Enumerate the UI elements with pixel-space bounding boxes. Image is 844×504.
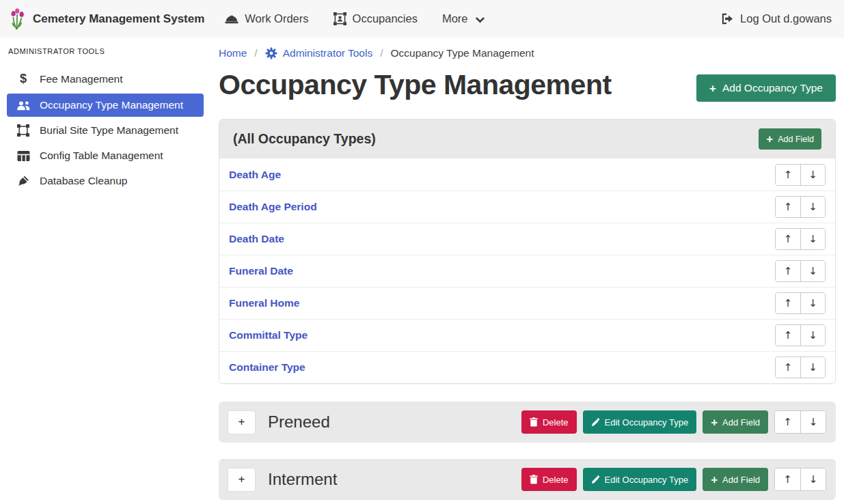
sidebar-item-label: Config Table Management bbox=[40, 150, 163, 162]
move-down-button[interactable]: ↓ bbox=[800, 411, 826, 433]
move-down-button[interactable]: ↓ bbox=[800, 325, 825, 346]
move-up-button[interactable]: ↑ bbox=[776, 325, 800, 346]
sidebar-item-label: Database Cleanup bbox=[40, 175, 127, 187]
field-row: Funeral Date ↑ ↓ bbox=[219, 255, 835, 287]
all-occupancy-types-header: (All Occupancy Types) + Add Field bbox=[219, 120, 835, 158]
field-link[interactable]: Container Type bbox=[229, 361, 305, 374]
field-link[interactable]: Committal Type bbox=[229, 329, 308, 341]
app-title: Cemetery Management System bbox=[33, 12, 204, 26]
move-down-button[interactable]: ↓ bbox=[800, 357, 825, 378]
trash-icon bbox=[530, 475, 538, 484]
breadcrumb-admin-tools-link[interactable]: Administrator Tools bbox=[265, 47, 373, 59]
table-icon bbox=[16, 150, 31, 162]
move-up-button[interactable]: ↑ bbox=[776, 357, 800, 378]
occupancy-frame-icon bbox=[333, 12, 346, 25]
field-link[interactable]: Death Date bbox=[229, 233, 284, 245]
move-down-button[interactable]: ↓ bbox=[800, 261, 825, 281]
nav-more[interactable]: More bbox=[442, 12, 485, 25]
reorder-button-group: ↑ ↓ bbox=[775, 324, 826, 346]
move-down-button[interactable]: ↓ bbox=[800, 293, 825, 313]
field-row: Funeral Home ↑ ↓ bbox=[219, 287, 835, 319]
add-field-button[interactable]: + Add Field bbox=[759, 128, 821, 150]
sidebar-item-fee-management[interactable]: $ Fee Management bbox=[7, 66, 204, 92]
reorder-button-group: ↑ ↓ bbox=[775, 196, 826, 218]
add-occupancy-type-button[interactable]: + Add Occupancy Type bbox=[696, 74, 836, 102]
reorder-button-group: ↑ ↓ bbox=[775, 356, 826, 378]
field-link[interactable]: Funeral Home bbox=[229, 297, 299, 309]
move-up-button[interactable]: ↑ bbox=[776, 165, 800, 185]
breadcrumb-home-link[interactable]: Home bbox=[219, 47, 247, 59]
move-up-button[interactable]: ↑ bbox=[776, 261, 800, 281]
add-field-label: Add Field bbox=[722, 475, 760, 485]
expand-section-button[interactable]: + bbox=[228, 468, 255, 491]
sidebar-item-config-table-management[interactable]: Config Table Management bbox=[7, 144, 204, 167]
move-up-button[interactable]: ↑ bbox=[775, 411, 800, 433]
add-occupancy-type-label: Add Occupancy Type bbox=[722, 82, 823, 94]
sidebar-item-database-cleanup[interactable]: Database Cleanup bbox=[7, 169, 204, 193]
pencil-icon bbox=[591, 475, 600, 484]
plus-icon: + bbox=[709, 83, 716, 94]
trash-icon bbox=[530, 417, 538, 427]
delete-label: Delete bbox=[543, 417, 569, 428]
section-header-interment: + Interment Delete bbox=[219, 459, 836, 500]
add-field-label: Add Field bbox=[778, 135, 814, 144]
add-field-button[interactable]: + Add Field bbox=[703, 468, 768, 491]
plus-icon: + bbox=[711, 417, 718, 428]
breadcrumb-separator: / bbox=[254, 47, 257, 59]
reorder-button-group: ↑ ↓ bbox=[775, 164, 826, 186]
sidebar-item-label: Occupancy Type Management bbox=[40, 99, 183, 111]
edit-label: Edit Occupancy Type bbox=[605, 417, 689, 428]
nav-work-orders[interactable]: Work Orders bbox=[225, 12, 308, 25]
delete-occupancy-type-button[interactable]: Delete bbox=[521, 468, 577, 491]
move-up-button[interactable]: ↑ bbox=[776, 197, 800, 217]
reorder-button-group: ↑ ↓ bbox=[775, 260, 826, 282]
delete-label: Delete bbox=[543, 475, 569, 485]
section-title: Interment bbox=[268, 470, 337, 489]
edit-occupancy-type-button[interactable]: Edit Occupancy Type bbox=[583, 468, 697, 491]
move-down-button[interactable]: ↓ bbox=[800, 165, 825, 185]
delete-occupancy-type-button[interactable]: Delete bbox=[521, 410, 577, 434]
field-row-list: Death Age ↑ ↓ Death Age Period ↑ ↓ Death… bbox=[219, 158, 835, 383]
plus-icon: + bbox=[711, 474, 718, 486]
sidebar-item-label: Burial Site Type Management bbox=[40, 124, 178, 137]
breadcrumb-current: Occupancy Type Management bbox=[391, 47, 534, 59]
move-down-button[interactable]: ↓ bbox=[800, 468, 826, 490]
breadcrumb-separator: / bbox=[380, 47, 383, 59]
nav-occupancies[interactable]: Occupancies bbox=[333, 12, 418, 25]
top-navbar: Cemetery Management System Work Orders bbox=[0, 0, 844, 38]
nav-more-label: More bbox=[442, 12, 468, 25]
field-row: Committal Type ↑ ↓ bbox=[219, 319, 835, 351]
page-title: Occupancy Type Management bbox=[219, 69, 612, 101]
move-down-button[interactable]: ↓ bbox=[800, 197, 825, 217]
plus-icon: + bbox=[766, 133, 773, 145]
gear-icon bbox=[265, 47, 277, 59]
edit-occupancy-type-button[interactable]: Edit Occupancy Type bbox=[583, 410, 697, 434]
app-brand[interactable]: Cemetery Management System bbox=[8, 8, 204, 30]
field-row: Death Age ↑ ↓ bbox=[219, 158, 835, 191]
add-field-label: Add Field bbox=[722, 417, 760, 428]
field-link[interactable]: Death Age Period bbox=[229, 201, 317, 213]
field-link[interactable]: Funeral Date bbox=[229, 265, 293, 277]
sidebar: ADMINISTRATOR TOOLS $ Fee Management Occ… bbox=[0, 38, 210, 504]
move-down-button[interactable]: ↓ bbox=[800, 229, 825, 249]
move-up-button[interactable]: ↑ bbox=[776, 293, 800, 313]
move-up-button[interactable]: ↑ bbox=[776, 229, 800, 249]
sidebar-item-burial-site-type-management[interactable]: Burial Site Type Management bbox=[7, 119, 204, 142]
chevron-down-icon bbox=[476, 17, 485, 23]
expand-section-button[interactable]: + bbox=[228, 411, 255, 434]
tulip-logo-icon bbox=[8, 8, 26, 30]
sign-out-icon bbox=[721, 13, 734, 25]
logout-button[interactable]: Log Out d.gowans bbox=[721, 12, 832, 25]
hard-hat-icon bbox=[225, 14, 239, 25]
nav-work-orders-label: Work Orders bbox=[245, 12, 308, 25]
logout-label: Log Out d.gowans bbox=[740, 12, 832, 25]
all-occupancy-types-title: (All Occupancy Types) bbox=[233, 131, 376, 147]
reorder-button-group: ↑ ↓ bbox=[775, 292, 826, 314]
move-up-button[interactable]: ↑ bbox=[775, 468, 800, 490]
nav-occupancies-label: Occupancies bbox=[353, 12, 418, 25]
dollar-icon: $ bbox=[16, 72, 31, 86]
sidebar-item-occupancy-type-management[interactable]: Occupancy Type Management bbox=[7, 94, 204, 117]
field-link[interactable]: Death Age bbox=[229, 169, 281, 181]
add-field-button[interactable]: + Add Field bbox=[703, 410, 768, 434]
users-icon bbox=[16, 100, 31, 111]
